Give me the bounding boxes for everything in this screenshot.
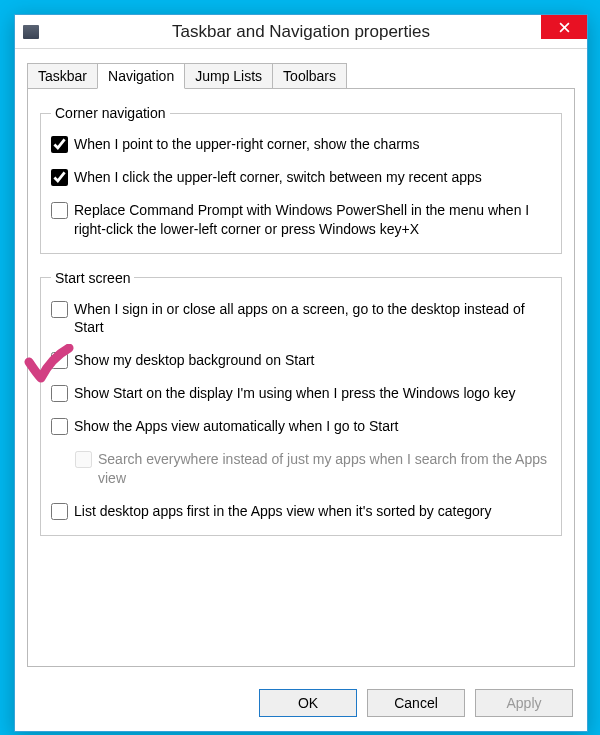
group-legend: Corner navigation	[51, 105, 170, 121]
group-legend: Start screen	[51, 270, 134, 286]
option-show-charms: When I point to the upper-right corner, …	[51, 135, 551, 154]
group-corner-navigation: Corner navigation When I point to the up…	[40, 105, 562, 254]
option-signout-desktop: When I sign in or close all apps on a sc…	[51, 300, 551, 338]
label-search-everywhere: Search everywhere instead of just my app…	[98, 450, 551, 488]
option-replace-cmd: Replace Command Prompt with Windows Powe…	[51, 201, 551, 239]
tab-jump-lists[interactable]: Jump Lists	[184, 63, 273, 89]
properties-window: Taskbar and Navigation properties Taskba…	[14, 14, 588, 732]
tab-panel-navigation: Corner navigation When I point to the up…	[27, 88, 575, 667]
tab-navigation[interactable]: Navigation	[97, 63, 185, 89]
label-replace-cmd[interactable]: Replace Command Prompt with Windows Powe…	[74, 201, 551, 239]
checkbox-list-desktop-apps-first[interactable]	[51, 503, 68, 520]
option-list-desktop-apps-first: List desktop apps first in the Apps view…	[51, 502, 551, 521]
tab-strip: Taskbar Navigation Jump Lists Toolbars	[15, 49, 587, 89]
checkbox-signout-desktop[interactable]	[51, 301, 68, 318]
group-start-screen: Start screen When I sign in or close all…	[40, 270, 562, 536]
label-list-desktop-apps-first[interactable]: List desktop apps first in the Apps view…	[74, 502, 551, 521]
title-bar: Taskbar and Navigation properties	[15, 15, 587, 49]
checkbox-replace-cmd[interactable]	[51, 202, 68, 219]
label-start-display[interactable]: Show Start on the display I'm using when…	[74, 384, 551, 403]
checkbox-apps-view[interactable]	[51, 418, 68, 435]
dialog-buttons: OK Cancel Apply	[15, 679, 587, 731]
checkbox-show-charms[interactable]	[51, 136, 68, 153]
option-start-display: Show Start on the display I'm using when…	[51, 384, 551, 403]
label-desktop-bg-start[interactable]: Show my desktop background on Start	[74, 351, 551, 370]
close-button[interactable]	[541, 15, 587, 39]
option-search-everywhere: Search everywhere instead of just my app…	[75, 450, 551, 488]
close-icon	[559, 22, 570, 33]
tab-taskbar[interactable]: Taskbar	[27, 63, 98, 89]
label-apps-view[interactable]: Show the Apps view automatically when I …	[74, 417, 551, 436]
checkbox-switch-apps[interactable]	[51, 169, 68, 186]
window-title: Taskbar and Navigation properties	[15, 22, 587, 42]
cancel-button[interactable]: Cancel	[367, 689, 465, 717]
option-desktop-bg-start: Show my desktop background on Start	[51, 351, 551, 370]
apply-button: Apply	[475, 689, 573, 717]
label-switch-apps[interactable]: When I click the upper-left corner, swit…	[74, 168, 551, 187]
checkbox-start-display[interactable]	[51, 385, 68, 402]
checkbox-search-everywhere	[75, 451, 92, 468]
ok-button[interactable]: OK	[259, 689, 357, 717]
label-show-charms[interactable]: When I point to the upper-right corner, …	[74, 135, 551, 154]
option-switch-apps: When I click the upper-left corner, swit…	[51, 168, 551, 187]
label-signout-desktop[interactable]: When I sign in or close all apps on a sc…	[74, 300, 551, 338]
tab-toolbars[interactable]: Toolbars	[272, 63, 347, 89]
checkbox-desktop-bg-start[interactable]	[51, 352, 68, 369]
option-apps-view: Show the Apps view automatically when I …	[51, 417, 551, 436]
